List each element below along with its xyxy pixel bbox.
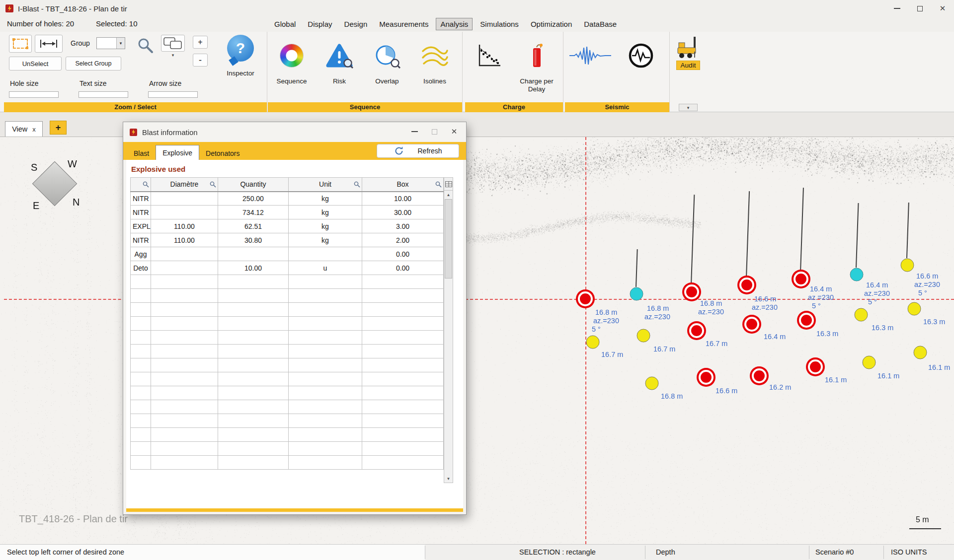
table-cell[interactable] <box>362 428 444 442</box>
table-cell[interactable] <box>151 331 218 345</box>
table-cell[interactable] <box>151 289 218 303</box>
charge-per-delay-button[interactable]: Charge per Delay <box>513 34 560 101</box>
table-cell[interactable]: kg <box>289 233 362 247</box>
menu-optimization[interactable]: Optimization <box>526 18 576 30</box>
rectangle-select-button[interactable] <box>9 35 32 53</box>
table-cell[interactable] <box>131 331 151 345</box>
overlap-view-button[interactable] <box>161 35 185 52</box>
dialog-maximize-button[interactable] <box>424 124 444 139</box>
table-cell[interactable] <box>289 289 362 303</box>
add-view-button[interactable]: + <box>50 121 67 135</box>
table-cell[interactable] <box>151 358 218 372</box>
table-cell[interactable] <box>362 372 444 386</box>
table-cell[interactable]: NITR <box>131 233 151 247</box>
table-cell[interactable] <box>131 442 151 456</box>
table-cell[interactable] <box>151 442 218 456</box>
blast-hole[interactable] <box>689 323 704 338</box>
decrease-size-button[interactable]: - <box>193 54 208 67</box>
table-cell[interactable]: Agg <box>131 247 151 261</box>
table-cell[interactable]: NITR <box>131 192 151 206</box>
blast-hole[interactable] <box>901 259 914 272</box>
table-cell[interactable] <box>289 400 362 414</box>
overlap-button[interactable]: Overlap <box>363 34 411 101</box>
col-header-diametre[interactable]: Diamètre <box>151 178 218 192</box>
table-cell[interactable]: EXPL <box>131 219 151 233</box>
table-scrollbar[interactable]: ▲ ▼ <box>444 177 453 483</box>
table-cell[interactable]: 0.00 <box>362 247 444 261</box>
table-cell[interactable]: kg <box>289 192 362 206</box>
table-cell[interactable] <box>131 289 151 303</box>
scroll-down-button[interactable]: ▼ <box>444 475 453 483</box>
table-cell[interactable] <box>362 331 444 345</box>
scrollbar-thumb[interactable] <box>445 199 452 279</box>
blast-hole[interactable] <box>699 370 714 385</box>
table-cell[interactable] <box>218 414 289 428</box>
select-group-button[interactable]: Select Group <box>66 57 121 70</box>
table-cell[interactable] <box>218 247 289 261</box>
blast-hole[interactable] <box>578 291 593 306</box>
table-cell[interactable] <box>218 358 289 372</box>
table-cell[interactable] <box>362 345 444 358</box>
table-cell[interactable] <box>131 358 151 372</box>
table-cell[interactable]: 110.00 <box>151 219 218 233</box>
table-cell[interactable] <box>151 414 218 428</box>
table-cell[interactable] <box>362 386 444 400</box>
table-cell[interactable] <box>218 456 289 470</box>
blast-hole[interactable] <box>799 313 814 328</box>
table-cell[interactable] <box>151 261 218 275</box>
dialog-close-button[interactable]: ✕ <box>444 124 464 139</box>
col-header-unit[interactable]: Unit <box>289 178 362 192</box>
table-cell[interactable]: u <box>289 261 362 275</box>
tab-blast[interactable]: Blast <box>127 146 156 160</box>
table-cell[interactable]: 250.00 <box>218 192 289 206</box>
table-cell[interactable] <box>289 358 362 372</box>
audit-dropdown-chevron[interactable]: ▾ <box>679 104 698 111</box>
table-cell[interactable]: Deto <box>131 261 151 275</box>
text-size-input[interactable] <box>79 91 128 98</box>
risk-button[interactable]: Risk <box>316 34 363 101</box>
table-cell[interactable]: 3.00 <box>362 219 444 233</box>
table-cell[interactable] <box>289 414 362 428</box>
hole-size-input[interactable] <box>9 91 59 98</box>
table-cell[interactable] <box>289 372 362 386</box>
table-cell[interactable] <box>131 400 151 414</box>
blast-hole[interactable] <box>637 329 650 343</box>
menu-design[interactable]: Design <box>340 18 372 30</box>
table-cell[interactable] <box>289 386 362 400</box>
table-cell[interactable] <box>131 428 151 442</box>
isolines-button[interactable]: Isolines <box>411 34 459 101</box>
col-header-name[interactable] <box>131 178 151 192</box>
table-cell[interactable] <box>362 414 444 428</box>
table-cell[interactable] <box>362 275 444 289</box>
blast-hole[interactable] <box>739 278 754 292</box>
col-header-box[interactable]: Box <box>362 178 444 192</box>
blast-hole[interactable] <box>645 377 659 390</box>
table-cell[interactable] <box>218 345 289 358</box>
table-cell[interactable]: 110.00 <box>151 233 218 247</box>
tab-detonators[interactable]: Detonators <box>199 146 246 160</box>
table-cell[interactable] <box>151 192 218 206</box>
table-cell[interactable]: 62.51 <box>218 219 289 233</box>
table-cell[interactable] <box>362 303 444 317</box>
table-cell[interactable] <box>289 317 362 331</box>
table-cell[interactable]: 10.00 <box>218 261 289 275</box>
tab-view[interactable]: View x <box>5 121 43 137</box>
tab-explosive[interactable]: Explosive <box>156 145 199 160</box>
table-cell[interactable] <box>131 317 151 331</box>
minimize-button[interactable] <box>885 0 908 17</box>
charge-chart-button[interactable] <box>465 34 513 101</box>
table-cell[interactable] <box>151 206 218 219</box>
menu-display[interactable]: Display <box>303 18 336 30</box>
table-grid-button[interactable] <box>444 178 453 191</box>
table-cell[interactable] <box>289 442 362 456</box>
table-cell[interactable] <box>151 345 218 358</box>
table-cell[interactable] <box>131 414 151 428</box>
menu-analysis[interactable]: Analysis <box>436 18 473 30</box>
blast-hole[interactable] <box>586 336 600 349</box>
col-header-quantity[interactable]: Quantity <box>218 178 289 192</box>
seismogram-button[interactable] <box>565 34 616 101</box>
table-cell[interactable] <box>362 456 444 470</box>
table-cell[interactable]: kg <box>289 219 362 233</box>
blast-hole[interactable] <box>855 308 868 322</box>
table-cell[interactable] <box>218 303 289 317</box>
